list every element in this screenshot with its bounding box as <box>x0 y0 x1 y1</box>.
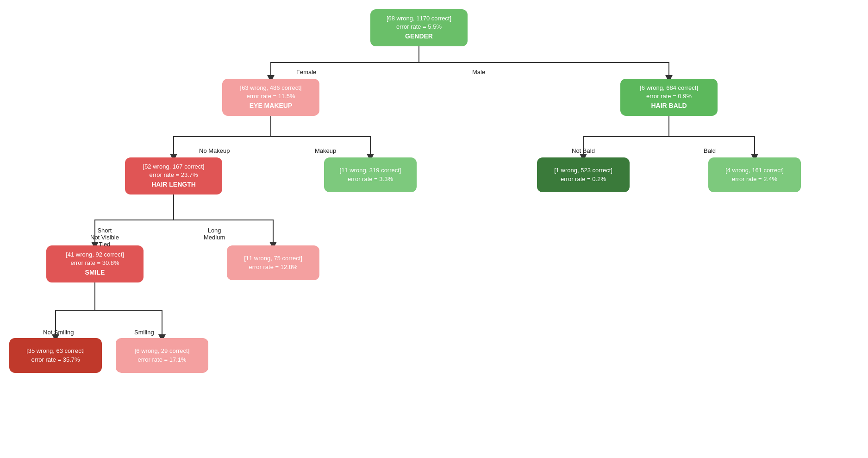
node-stats: [6 wrong, 29 correct] <box>135 347 190 355</box>
edge-label-lbl_makeup: Makeup <box>315 147 336 154</box>
node-feature: HAIR LENGTH <box>151 180 196 189</box>
tree-node-bald: [4 wrong, 161 correct]error rate = 2.4% <box>708 157 801 192</box>
node-stats: [11 wrong, 319 correct] <box>340 166 401 175</box>
tree-node-long_medium: [11 wrong, 75 correct]error rate = 12.8% <box>227 245 319 280</box>
edge-label-lbl_bald: Bald <box>704 147 716 154</box>
node-stats: [11 wrong, 75 correct] <box>244 254 302 263</box>
edge-label-lbl_long_med: Long Medium <box>204 227 225 241</box>
node-stats: [68 wrong, 1170 correct] <box>387 14 451 23</box>
node-error-rate: error rate = 5.5% <box>396 23 442 31</box>
edge-label-lbl_no_makeup: No Makeup <box>199 147 230 154</box>
node-feature: GENDER <box>405 32 433 41</box>
edge-label-lbl_short: Short Not Visible Tied <box>90 227 119 248</box>
tree-node-no_makeup: [52 wrong, 167 correct]error rate = 23.7… <box>125 157 222 194</box>
edge-label-lbl_male: Male <box>472 69 485 75</box>
tree-connectors <box>0 0 868 458</box>
tree-node-female: [63 wrong, 486 correct]error rate = 11.5… <box>222 79 319 116</box>
tree-node-not_smiling: [35 wrong, 63 correct]error rate = 35.7% <box>9 338 102 373</box>
edge-label-lbl_female: Female <box>296 69 316 75</box>
node-error-rate: error rate = 11.5% <box>246 92 295 100</box>
node-error-rate: error rate = 17.1% <box>137 356 186 364</box>
edge-label-lbl_not_smiling: Not Smiling <box>43 329 74 336</box>
node-feature: EYE MAKEUP <box>250 101 293 111</box>
tree-node-makeup: [11 wrong, 319 correct]error rate = 3.3% <box>324 157 417 192</box>
node-stats: [35 wrong, 63 correct] <box>26 347 85 355</box>
node-feature: SMILE <box>85 268 105 277</box>
tree-node-not_bald: [1 wrong, 523 correct]error rate = 0.2% <box>537 157 630 192</box>
node-error-rate: error rate = 3.3% <box>348 175 393 183</box>
node-error-rate: error rate = 0.9% <box>646 92 692 100</box>
node-error-rate: error rate = 30.8% <box>70 259 119 267</box>
node-stats: [63 wrong, 486 correct] <box>240 84 302 92</box>
node-stats: [1 wrong, 523 correct] <box>554 166 612 175</box>
edge-label-lbl_not_bald: Not Bald <box>572 147 595 154</box>
node-stats: [4 wrong, 161 correct] <box>725 166 784 175</box>
node-stats: [41 wrong, 92 correct] <box>66 251 124 259</box>
node-error-rate: error rate = 35.7% <box>31 356 80 364</box>
node-feature: HAIR BALD <box>651 101 687 111</box>
node-stats: [52 wrong, 167 correct] <box>143 163 205 171</box>
edge-label-lbl_smiling: Smiling <box>134 329 154 336</box>
node-error-rate: error rate = 12.8% <box>249 263 297 271</box>
node-stats: [6 wrong, 684 correct] <box>640 84 698 92</box>
tree-node-short_notvis_tied: [41 wrong, 92 correct]error rate = 30.8%… <box>46 245 144 282</box>
decision-tree: [68 wrong, 1170 correct]error rate = 5.5… <box>0 0 868 458</box>
node-error-rate: error rate = 2.4% <box>732 175 777 183</box>
tree-node-male: [6 wrong, 684 correct]error rate = 0.9%H… <box>620 79 718 116</box>
tree-node-smiling: [6 wrong, 29 correct]error rate = 17.1% <box>116 338 208 373</box>
tree-node-root: [68 wrong, 1170 correct]error rate = 5.5… <box>370 9 468 46</box>
node-error-rate: error rate = 0.2% <box>561 175 606 183</box>
node-error-rate: error rate = 23.7% <box>149 171 198 179</box>
